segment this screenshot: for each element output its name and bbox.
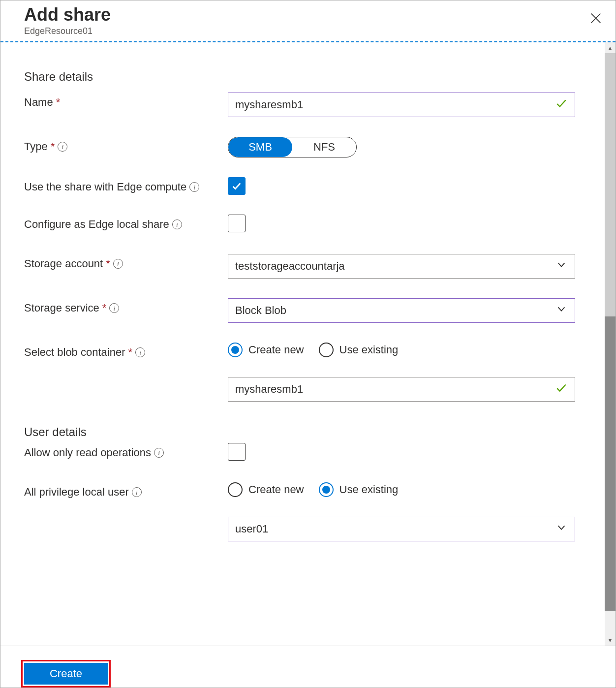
scroll-down-icon[interactable]: ▾	[605, 635, 616, 646]
label-type: Type * i	[24, 137, 228, 154]
user-radio-create-new[interactable]: Create new	[228, 482, 304, 497]
form-body: Share details Name * mysharesmb1 Type * …	[0, 42, 616, 646]
blob-radio-use-existing[interactable]: Use existing	[319, 343, 399, 357]
section-user-details: User details	[24, 425, 592, 439]
storage-account-select[interactable]: teststorageaccountarja	[228, 254, 575, 279]
label-name: Name *	[24, 93, 228, 110]
required-mark: *	[56, 95, 61, 110]
allow-read-only-checkbox[interactable]	[228, 443, 246, 461]
use-edge-checkbox[interactable]	[228, 177, 246, 195]
type-option-smb[interactable]: SMB	[228, 137, 292, 157]
user-select[interactable]: user01	[228, 517, 575, 541]
blob-container-radio-group: Create new Use existing	[228, 343, 575, 357]
label-all-priv-user: All privilege local user i	[24, 482, 228, 500]
config-local-checkbox[interactable]	[228, 215, 246, 232]
section-share-details: Share details	[24, 70, 592, 84]
info-icon[interactable]: i	[58, 142, 67, 152]
create-highlight: Create	[21, 660, 111, 688]
panel-header: Add share EdgeResource01	[0, 0, 616, 41]
scrollbar[interactable]: ▴ ▾	[605, 42, 616, 646]
label-use-edge: Use the share with Edge compute i	[24, 177, 228, 194]
label-config-local: Configure as Edge local share i	[24, 215, 228, 232]
info-icon[interactable]: i	[172, 219, 182, 229]
name-input[interactable]: mysharesmb1	[228, 93, 575, 117]
user-radio-group: Create new Use existing	[228, 482, 575, 497]
panel-subtitle: EdgeResource01	[24, 26, 596, 36]
info-icon[interactable]: i	[189, 182, 199, 192]
panel-footer: Create	[0, 646, 616, 688]
user-radio-use-existing[interactable]: Use existing	[319, 482, 399, 497]
blob-radio-create-new[interactable]: Create new	[228, 343, 304, 357]
chevron-down-icon	[556, 304, 567, 317]
add-share-panel: Add share EdgeResource01 Share details N…	[0, 0, 616, 688]
scroll-thumb[interactable]	[605, 316, 616, 611]
check-icon	[555, 97, 568, 113]
info-icon[interactable]: i	[135, 347, 145, 357]
label-storage-account: Storage account * i	[24, 254, 228, 271]
scroll-thumb[interactable]	[605, 53, 616, 316]
info-icon[interactable]: i	[154, 448, 164, 458]
type-option-nfs[interactable]: NFS	[292, 137, 356, 157]
type-toggle[interactable]: SMB NFS	[228, 137, 357, 157]
label-allow-read-only: Allow only read operations i	[24, 443, 228, 460]
create-button[interactable]: Create	[24, 663, 108, 685]
blob-container-name-input[interactable]: mysharesmb1	[228, 377, 575, 402]
label-storage-service: Storage service * i	[24, 298, 228, 315]
scroll-up-icon[interactable]: ▴	[605, 42, 616, 53]
label-select-blob: Select blob container * i	[24, 343, 228, 360]
close-button[interactable]	[587, 9, 605, 27]
panel-title: Add share	[24, 4, 596, 25]
info-icon[interactable]: i	[109, 303, 119, 313]
check-icon	[555, 381, 568, 397]
close-icon	[589, 11, 603, 25]
chevron-down-icon	[556, 259, 567, 273]
info-icon[interactable]: i	[113, 259, 123, 269]
chevron-down-icon	[556, 522, 567, 536]
check-icon	[231, 181, 242, 191]
info-icon[interactable]: i	[132, 487, 142, 497]
storage-service-select[interactable]: Block Blob	[228, 298, 575, 323]
